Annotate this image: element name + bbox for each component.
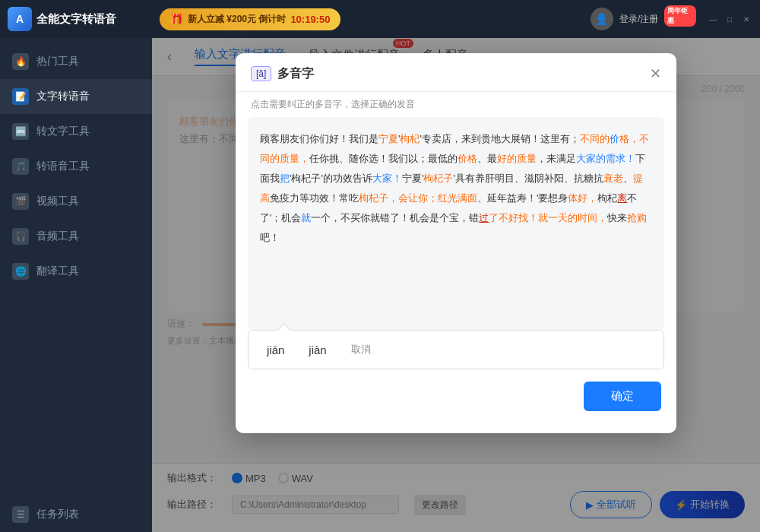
dialog-title: 多音字 xyxy=(277,66,314,82)
app-title: 全能文字转语音 xyxy=(36,12,116,27)
header-right: 👤 登录/注册 VIP 周年钜惠 — □ ✕ xyxy=(591,8,752,30)
login-button[interactable]: 登录/注册 xyxy=(619,13,658,26)
sidebar-item-audio[interactable]: 🎧 音频工具 xyxy=(0,219,152,254)
promo-banner[interactable]: 🎁 新人立减 ¥200元 倒计时 10:19:50 xyxy=(160,8,340,30)
window-controls: — □ ✕ xyxy=(707,13,752,25)
close-button[interactable]: ✕ xyxy=(740,13,752,25)
sidebar-label-task: 任务列表 xyxy=(36,508,79,521)
logo-area: A 全能文字转语音 xyxy=(8,7,152,31)
dialog-text-content: 顾客朋友们你们好！我们是宁夏'枸杞'专卖店，来到贵地大展销！这里有；不同的价格，… xyxy=(248,117,664,330)
main-layout: 🔥 热门工具 📝 文字转语音 🔤 转文字工具 🎵 转语音工具 🎬 视频工具 🎧 … xyxy=(0,38,760,532)
sidebar-item-tts[interactable]: 📝 文字转语音 xyxy=(0,79,152,114)
pronunciation-popup: jiān jiàn 取消 xyxy=(248,330,664,369)
tts-icon: 📝 xyxy=(12,88,29,105)
sidebar-item-text[interactable]: 🔤 转文字工具 xyxy=(0,114,152,149)
avatar: 👤 xyxy=(591,8,613,30)
promo-text: 新人立减 ¥200元 倒计时 xyxy=(188,13,286,26)
sidebar-label-text: 转文字工具 xyxy=(36,125,90,138)
voice-icon: 🎵 xyxy=(12,158,29,175)
text-icon: 🔤 xyxy=(12,123,29,140)
dialog-header: [ā] 多音字 ✕ xyxy=(236,53,676,92)
restore-button[interactable]: □ xyxy=(724,13,736,25)
logo-icon: A xyxy=(8,7,32,31)
sidebar: 🔥 热门工具 📝 文字转语音 🔤 转文字工具 🎵 转语音工具 🎬 视频工具 🎧 … xyxy=(0,38,152,532)
promo-icon: 🎁 xyxy=(170,13,183,25)
sidebar-item-voice[interactable]: 🎵 转语音工具 xyxy=(0,149,152,184)
pronunciation-cancel-button[interactable]: 取消 xyxy=(345,340,377,359)
polyphonic-dialog: [ā] 多音字 ✕ 点击需要纠正的多音字，选择正确的发音 顾客朋友们你们好！我们… xyxy=(236,53,676,433)
sidebar-label-tts: 文字转语音 xyxy=(36,90,90,103)
hot-icon: 🔥 xyxy=(12,53,29,70)
sidebar-label-audio: 音频工具 xyxy=(36,230,79,243)
sidebar-label-voice: 转语音工具 xyxy=(36,160,90,173)
sidebar-item-video[interactable]: 🎬 视频工具 xyxy=(0,184,152,219)
dialog-hint: 点击需要纠正的多音字，选择正确的发音 xyxy=(236,92,676,117)
sidebar-label-hot: 热门工具 xyxy=(36,55,79,68)
dialog-overlay: [ā] 多音字 ✕ 点击需要纠正的多音字，选择正确的发音 顾客朋友们你们好！我们… xyxy=(152,38,760,532)
dialog-confirm-button[interactable]: 确定 xyxy=(584,382,661,411)
dialog-close-button[interactable]: ✕ xyxy=(650,65,661,82)
audio-icon: 🎧 xyxy=(12,228,29,245)
content-area: ‹ 输入文字进行配音 导入文件进行配音 HOT 多人配音 200 / 2000 … xyxy=(152,38,760,532)
sidebar-item-hot[interactable]: 🔥 热门工具 xyxy=(0,44,152,79)
minimize-button[interactable]: — xyxy=(707,13,719,25)
video-icon: 🎬 xyxy=(12,193,29,210)
phonetic-badge: [ā] xyxy=(251,66,271,81)
vip-badge: 周年钜惠 xyxy=(664,5,696,27)
translate-icon: 🌐 xyxy=(12,263,29,280)
header: A 全能文字转语音 🎁 新人立减 ¥200元 倒计时 10:19:50 👤 登录… xyxy=(0,0,760,38)
sidebar-task-list[interactable]: ☰ 任务列表 xyxy=(0,497,152,532)
task-icon: ☰ xyxy=(12,506,29,523)
vip-button[interactable]: VIP 周年钜惠 xyxy=(664,11,693,27)
sidebar-label-video: 视频工具 xyxy=(36,195,79,208)
countdown: 10:19:50 xyxy=(290,14,330,25)
dialog-footer: 确定 xyxy=(236,369,676,423)
sidebar-label-translate: 翻译工具 xyxy=(36,264,79,278)
pinyin-option-jian1[interactable]: jiān xyxy=(261,340,290,359)
pinyin-option-jian4[interactable]: jiàn xyxy=(302,340,332,359)
sidebar-item-translate[interactable]: 🌐 翻译工具 xyxy=(0,254,152,289)
